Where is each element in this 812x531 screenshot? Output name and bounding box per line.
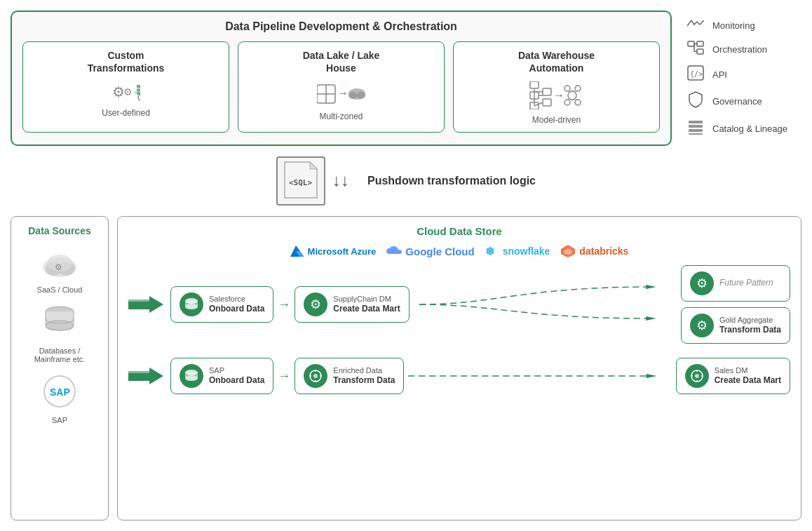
gold-aggregate-text: Gold Aggregate Transform Data	[719, 315, 781, 336]
svg-line-36	[568, 91, 569, 93]
cloud-logos: Microsoft Azure Google Cloud ❄ snowflake	[128, 244, 790, 258]
future-pattern-node: ⚙ Future Pattern	[681, 265, 790, 302]
data-sources-box: Data Sources ⚙ SaaS / Cloud	[11, 216, 109, 520]
snowflake-logo: ❄ snowflake	[485, 244, 550, 258]
bottom-section: Data Sources ⚙ SaaS / Cloud	[11, 216, 801, 520]
arrow1: →	[278, 297, 290, 312]
svg-rect-79	[128, 371, 149, 373]
svg-text:<SQL>: <SQL>	[289, 178, 312, 187]
top-section: Data Pipeline Development & Orchestratio…	[11, 11, 801, 146]
svg-point-91	[695, 374, 699, 378]
svg-rect-41	[697, 41, 703, 46]
snowflake-label: snowflake	[503, 246, 550, 257]
sap-node: SAP Onboard Data	[170, 358, 273, 394]
pushdown-section: <SQL> ↓↓ Pushdown transformation logic	[11, 153, 801, 209]
sql-badge: <SQL>	[276, 156, 325, 206]
salesforce-node: Salesforce Onboard Data	[170, 286, 273, 323]
legend-monitoring: Monitoring	[686, 18, 798, 34]
flow-row-sap: SAP Onboard Data →	[128, 358, 790, 394]
card-title-lake: Data Lake / LakeHouse	[249, 49, 433, 74]
sap-node-text: SAP Onboard Data	[209, 365, 264, 387]
orchestration-label: Orchestration	[712, 44, 767, 55]
svg-rect-3	[137, 85, 140, 95]
supplychain-text: SupplyChain DM Create Data Mart	[333, 294, 400, 315]
governance-label: Governance	[712, 96, 762, 107]
cloud-store-title: Cloud Data Store	[128, 225, 790, 237]
data-sources-title: Data Sources	[18, 225, 101, 236]
gcloud-label: Google Cloud	[405, 246, 474, 257]
big-arrow-row2	[128, 365, 163, 387]
svg-rect-52	[689, 129, 703, 132]
pipeline-card-warehouse: Data WarehouseAutomation	[453, 41, 660, 133]
db-icon	[42, 304, 77, 344]
source-sap: SAP SAP	[18, 374, 101, 424]
pushdown-arrows: ↓↓	[332, 168, 360, 194]
orchestration-icon	[686, 41, 705, 58]
gcloud-logo: Google Cloud	[386, 245, 474, 257]
svg-point-83	[313, 374, 318, 378]
svg-marker-72	[128, 296, 163, 313]
sap-icon: SAP	[42, 374, 77, 414]
card-title-custom: CustomTransformations	[34, 49, 218, 74]
legend-orchestration: Orchestration	[686, 41, 798, 58]
catalog-label: Catalog & Lineage	[712, 123, 787, 134]
svg-point-30	[564, 100, 570, 105]
sales-dm-icon	[685, 364, 709, 388]
svg-rect-42	[697, 49, 703, 54]
main-container: Data Pipeline Development & Orchestratio…	[0, 0, 812, 531]
flow-row-salesforce: Salesforce Onboard Data → ⚙	[128, 265, 790, 344]
svg-rect-73	[128, 300, 149, 302]
card-icon-custom: ⚙ ⚙ →	[34, 81, 218, 102]
svg-rect-53	[689, 133, 703, 135]
pipeline-card-lake: Data Lake / LakeHouse →	[238, 41, 445, 133]
governance-icon	[686, 91, 705, 112]
salesforce-icon	[180, 293, 203, 316]
svg-rect-40	[688, 41, 694, 46]
legend-catalog: Catalog & Lineage	[686, 119, 798, 139]
svg-point-29	[575, 86, 581, 91]
sales-dm-text: Sales DM Create Data Mart	[715, 365, 781, 387]
svg-point-15	[357, 92, 365, 99]
svg-point-28	[564, 86, 570, 91]
monitoring-icon	[686, 18, 705, 34]
svg-marker-77	[646, 316, 656, 321]
azure-label: Microsoft Azure	[308, 246, 377, 257]
svg-marker-55	[310, 162, 317, 169]
svg-text:→: →	[337, 87, 349, 99]
big-arrow-row1	[128, 294, 163, 315]
svg-line-39	[575, 98, 576, 100]
flow-area: Salesforce Onboard Data → ⚙	[128, 265, 790, 511]
databricks-label: databricks	[579, 246, 628, 257]
svg-rect-21	[543, 99, 551, 106]
card-icon-warehouse: →	[464, 81, 649, 109]
dashed-arrow-row2	[408, 369, 671, 383]
supplychain-icon: ⚙	[304, 293, 327, 316]
sap-label: SAP	[52, 416, 67, 424]
gold-aggregate-icon: ⚙	[690, 314, 714, 337]
future-pattern-icon: ⚙	[690, 271, 714, 295]
enriched-node: Enriched Data Transform Data	[295, 358, 404, 394]
svg-text:↓↓: ↓↓	[332, 170, 349, 189]
cloud-store-box: Cloud Data Store Microsoft Azure Goog	[117, 216, 801, 520]
catalog-icon	[686, 119, 705, 139]
api-icon: {/>}	[686, 65, 705, 84]
right-nodes-row1: ⚙ Future Pattern ⚙	[681, 265, 790, 344]
svg-rect-16	[530, 81, 539, 88]
svg-rect-51	[689, 125, 703, 128]
arrow2: →	[278, 369, 290, 384]
svg-text:→: →	[553, 89, 564, 101]
source-db: Databases /Mainframe etc.	[18, 304, 101, 363]
svg-text:SAP: SAP	[50, 387, 70, 398]
svg-line-37	[575, 91, 576, 93]
databricks-logo: databricks	[560, 244, 628, 258]
svg-point-31	[575, 100, 581, 105]
card-subtitle-lake: Multi-zoned	[249, 112, 433, 121]
svg-text:⚙: ⚙	[55, 262, 62, 272]
svg-line-38	[568, 98, 569, 100]
card-icon-lake: →	[249, 81, 433, 106]
pushdown-text: Pushdown transformation logic	[367, 175, 536, 187]
enriched-text: Enriched Data Transform Data	[333, 365, 395, 387]
svg-text:{/>}: {/>}	[690, 70, 704, 78]
card-subtitle-custom: User-defined	[34, 108, 218, 118]
sap-node-icon	[180, 364, 203, 388]
